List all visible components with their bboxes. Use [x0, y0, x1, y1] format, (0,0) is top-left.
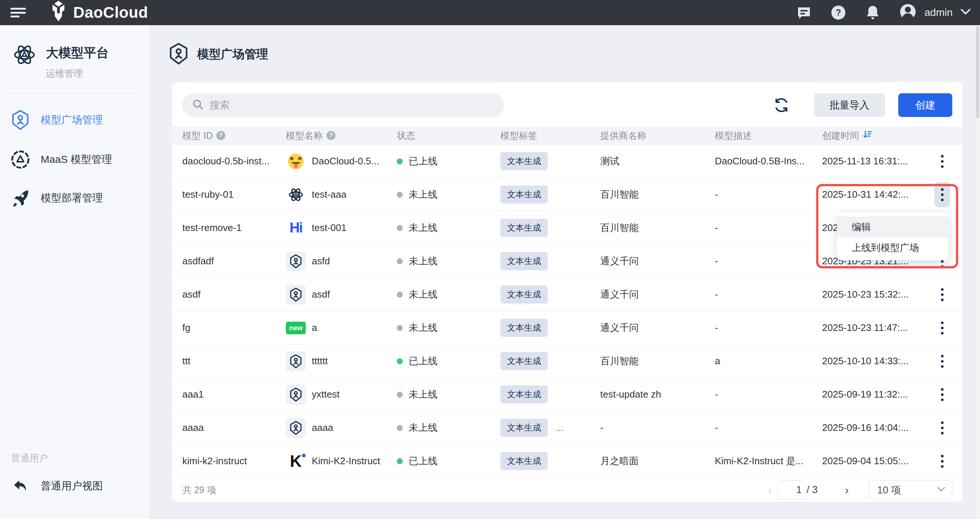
cell-model-name: tttttt — [286, 351, 397, 371]
table-row[interactable]: daocloud-0.5b-inst... DaoCloud-0.5... 已上… — [172, 144, 963, 178]
page-total: / 3 — [807, 484, 818, 496]
cell-created-at: 2025-11-13 16:31:... — [822, 155, 922, 167]
col-created-at[interactable]: 创建时间 — [822, 129, 922, 142]
row-actions-kebab-icon[interactable] — [934, 382, 950, 407]
cell-model-name: Hitest-001 — [286, 218, 397, 238]
create-button[interactable]: 创建 — [898, 93, 952, 117]
help-icon[interactable]: ? — [830, 5, 846, 20]
help-icon[interactable]: ? — [326, 131, 336, 140]
hexagon-model-icon — [286, 418, 306, 438]
table-row[interactable]: fg newa 未上线 文本生成 通义千问 - 2025-10-23 11:47… — [172, 311, 963, 344]
chat-icon[interactable] — [797, 5, 811, 20]
page-number-input[interactable] — [778, 481, 806, 500]
table-row[interactable]: kimi-k2-instruct KKimi-K2-Instruct 已上线 文… — [172, 444, 963, 477]
total-count: 共 29 项 — [182, 484, 216, 496]
cell-created-at: 2025-09-04 15:05:... — [822, 455, 922, 467]
bell-icon[interactable] — [865, 5, 880, 20]
row-actions-kebab-icon[interactable] — [934, 449, 950, 474]
cell-provider: 月之暗面 — [600, 455, 715, 468]
cell-description: a — [715, 355, 822, 367]
cell-status: 已上线 — [397, 155, 500, 168]
col-model-id[interactable]: 模型 ID? — [172, 129, 286, 142]
page-hexagon-model-icon — [168, 42, 189, 67]
menu-toggle-button[interactable] — [10, 6, 27, 19]
row-actions-kebab-icon[interactable] — [934, 415, 950, 441]
cell-status: 未上线 — [397, 255, 500, 268]
platform-subtitle: 运维管理 — [46, 67, 109, 80]
sidebar-item-model-deployment[interactable]: 模型部署管理 — [0, 179, 150, 217]
sidebar-item-maas-models[interactable]: MaaS 模型管理 — [0, 140, 150, 179]
table-row[interactable]: ttt tttttt 已上线 文本生成 百川智能 a 2025-10-10 14… — [172, 344, 963, 378]
user-menu[interactable]: admin — [899, 3, 970, 22]
table-header: 模型 ID? 模型名称? 状态 模型标签 提供商名称 模型描述 创建时间 — [172, 126, 963, 144]
bulk-import-button[interactable]: 批量导入 — [814, 93, 885, 117]
tag-badge: 文本生成 — [500, 286, 548, 303]
sort-descending-icon[interactable] — [863, 129, 872, 141]
cell-model-id: asdf — [172, 289, 286, 300]
next-page-icon[interactable]: › — [840, 484, 854, 497]
cell-status: 已上线 — [397, 455, 500, 468]
sidebar-item-model-marketplace[interactable]: 模型广场管理 — [0, 100, 150, 140]
cell-tags: 文本生成 — [500, 252, 600, 270]
hexagon-model-icon — [10, 110, 30, 130]
toolbar: 批量导入 创建 — [172, 82, 963, 126]
sidebar-item-normal-user-view[interactable]: 普通用户视图 — [0, 468, 150, 504]
hi-logo-icon: Hi — [286, 218, 306, 238]
more-tags-indicator: ... — [556, 423, 563, 433]
row-actions-kebab-icon[interactable] — [934, 282, 950, 307]
avatar — [899, 3, 916, 22]
page-size-select[interactable]: 10 项 — [869, 480, 952, 500]
tag-badge: 文本生成 — [500, 419, 548, 437]
col-model-name[interactable]: 模型名称? — [286, 129, 397, 142]
brand: DaoCloud — [49, 1, 148, 24]
col-status[interactable]: 状态 — [397, 129, 500, 142]
divider — [6, 434, 143, 435]
tag-badge: 文本生成 — [500, 452, 548, 470]
emoji-tongue-icon — [286, 152, 306, 171]
row-actions-kebab-icon[interactable] — [934, 149, 950, 174]
cell-provider: 测试 — [600, 155, 715, 168]
cell-model-id: kimi-k2-instruct — [172, 455, 286, 467]
search-box[interactable] — [182, 93, 504, 117]
menu-item-publish-to-marketplace[interactable]: 上线到模型广场 — [837, 237, 948, 258]
new-badge-icon: new — [286, 318, 306, 338]
cell-model-name: test-aaa — [286, 185, 397, 205]
menu-item-edit[interactable]: 编辑 — [837, 217, 948, 237]
col-description[interactable]: 模型描述 — [715, 129, 822, 142]
cell-model-id: aaaa — [172, 422, 286, 433]
table-body: daocloud-0.5b-inst... DaoCloud-0.5... 已上… — [172, 144, 963, 477]
search-input[interactable] — [210, 100, 495, 111]
cell-description: - — [715, 422, 822, 433]
brand-name: DaoCloud — [73, 4, 148, 21]
daocloud-atom-icon — [286, 185, 306, 205]
status-dot — [397, 158, 403, 164]
prev-page-icon[interactable]: ‹ — [763, 484, 777, 497]
daocloud-logo-icon — [49, 1, 68, 24]
scrollbar-thumb[interactable] — [976, 26, 979, 118]
col-model-tags[interactable]: 模型标签 — [500, 129, 600, 142]
cell-created-at: 2025-10-31 14:42:... — [822, 189, 922, 200]
kimi-logo-icon: K — [286, 451, 306, 471]
tag-badge: 文本生成 — [500, 252, 548, 270]
table-row[interactable]: asdf asdf 未上线 文本生成 通义千问 - 2025-10-23 15:… — [172, 278, 963, 311]
cell-model-id: ttt — [172, 355, 286, 367]
row-actions-kebab-icon[interactable] — [934, 315, 950, 340]
back-arrow-icon — [10, 477, 30, 495]
cell-provider: 百川智能 — [600, 355, 715, 367]
row-actions-kebab-icon[interactable] — [934, 349, 950, 374]
cell-tags: 文本生成 — [500, 452, 600, 470]
refresh-icon[interactable] — [770, 94, 792, 116]
model-table-card: 批量导入 创建 模型 ID? 模型名称? 状态 模型标签 提供商名称 模型描述 … — [172, 82, 963, 502]
hexagon-model-icon — [286, 285, 306, 305]
help-icon[interactable]: ? — [216, 131, 225, 140]
col-provider[interactable]: 提供商名称 — [600, 129, 715, 142]
cell-model-id: daocloud-0.5b-inst... — [172, 155, 286, 167]
table-row[interactable]: aaaa aaaa 未上线 文本生成... - - 2025-09-16 14:… — [172, 411, 963, 444]
cell-description: Kimi-K2-Instruct 是... — [715, 455, 822, 468]
chevron-down-icon — [937, 487, 945, 493]
scrollbar[interactable] — [975, 25, 980, 519]
table-row[interactable]: test-ruby-01 test-aaa 未上线 文本生成 百川智能 - 20… — [172, 178, 963, 211]
table-row[interactable]: aaa1 yxttest 未上线 文本生成 test-update zh - 2… — [172, 378, 963, 411]
row-actions-kebab-icon[interactable] — [934, 182, 950, 207]
chevron-down-icon — [961, 9, 970, 16]
